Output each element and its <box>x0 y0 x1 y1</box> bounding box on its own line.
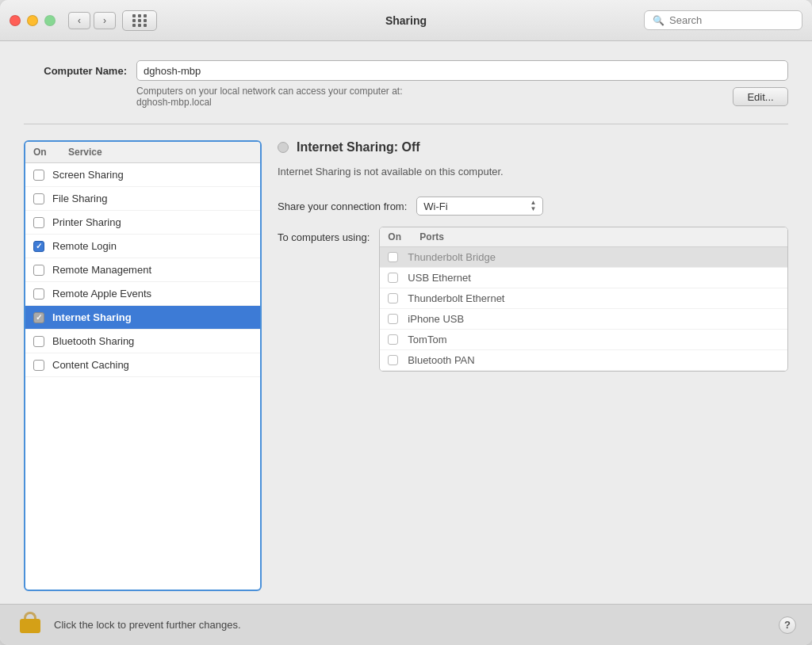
ports-table: On Ports Thunderbolt Bridge USB Ethernet <box>379 227 788 372</box>
ports-header-ports: Ports <box>419 231 444 242</box>
services-header: On Service <box>25 142 260 163</box>
bluetooth-sharing-checkbox[interactable] <box>33 336 44 347</box>
service-row-internet-sharing[interactable]: Internet Sharing <box>25 306 260 330</box>
forward-icon: › <box>103 15 106 26</box>
service-row-content-caching[interactable]: Content Caching <box>25 353 260 377</box>
services-list: On Service Screen Sharing File Sharing P… <box>24 140 262 591</box>
right-panel: Internet Sharing: Off Internet Sharing i… <box>278 140 788 591</box>
port-row-thunderbolt-ethernet[interactable]: Thunderbolt Ethernet <box>380 288 787 309</box>
bluetooth-pan-label: Bluetooth PAN <box>408 354 474 366</box>
main-area: On Service Screen Sharing File Sharing P… <box>24 140 788 591</box>
wifi-option: Wi-Fi <box>423 200 447 212</box>
computer-name-label: Computer Name: <box>24 65 127 77</box>
back-button[interactable]: ‹ <box>68 12 90 29</box>
forward-button[interactable]: › <box>94 12 116 29</box>
search-input[interactable] <box>669 14 794 26</box>
port-row-usb-ethernet[interactable]: USB Ethernet <box>380 268 787 288</box>
remote-management-checkbox[interactable] <box>33 265 44 276</box>
dropdown-arrows-icon: ▲ ▼ <box>530 200 536 212</box>
edit-button[interactable]: Edit... <box>733 87 788 106</box>
titlebar: ‹ › Sharing 🔍 <box>0 0 812 41</box>
maximize-button[interactable] <box>44 15 56 26</box>
ports-header-on: On <box>388 231 419 242</box>
share-from-label: Share your connection from: <box>278 200 407 212</box>
thunderbolt-bridge-label: Thunderbolt Bridge <box>408 251 496 263</box>
computer-name-description: Computers on your local network can acce… <box>136 86 723 108</box>
thunderbolt-ethernet-label: Thunderbolt Ethernet <box>408 292 504 304</box>
ports-header: On Ports <box>380 227 787 247</box>
bottom-bar: Click the lock to prevent further change… <box>0 604 812 645</box>
printer-sharing-label: Printer Sharing <box>52 216 121 228</box>
printer-sharing-checkbox[interactable] <box>33 217 44 228</box>
window-title: Sharing <box>385 14 427 27</box>
internet-sharing-label: Internet Sharing <box>52 311 132 323</box>
iphone-usb-checkbox[interactable] <box>388 314 398 324</box>
main-content: Computer Name: Computers on your local n… <box>0 41 812 604</box>
minimize-button[interactable] <box>27 15 38 26</box>
service-row-file-sharing[interactable]: File Sharing <box>25 187 260 211</box>
remote-apple-events-label: Remote Apple Events <box>52 288 151 300</box>
service-row-remote-apple-events[interactable]: Remote Apple Events <box>25 282 260 306</box>
port-row-thunderbolt-bridge[interactable]: Thunderbolt Bridge <box>380 247 787 268</box>
computer-name-row: Computer Name: <box>24 60 788 81</box>
lock-text: Click the lock to prevent further change… <box>54 619 241 631</box>
tomtom-checkbox[interactable] <box>388 334 398 345</box>
window: ‹ › Sharing 🔍 Computer Name: <box>0 0 812 645</box>
remote-login-checkbox[interactable] <box>33 241 44 252</box>
status-indicator <box>278 142 289 153</box>
traffic-lights <box>10 15 56 26</box>
thunderbolt-bridge-checkbox[interactable] <box>388 252 398 262</box>
computer-name-input[interactable] <box>136 60 788 81</box>
port-row-iphone-usb[interactable]: iPhone USB <box>380 309 787 330</box>
iphone-usb-label: iPhone USB <box>408 313 464 325</box>
computer-name-section: Computer Name: Computers on your local n… <box>24 60 788 108</box>
lock-body <box>20 619 40 633</box>
port-row-bluetooth-pan[interactable]: Bluetooth PAN <box>380 350 787 371</box>
file-sharing-label: File Sharing <box>52 193 107 204</box>
service-row-bluetooth-sharing[interactable]: Bluetooth Sharing <box>25 330 260 353</box>
wifi-dropdown[interactable]: Wi-Fi ▲ ▼ <box>416 197 543 216</box>
nav-buttons: ‹ › <box>68 12 116 29</box>
services-header-on: On <box>33 147 68 158</box>
service-row-screen-sharing[interactable]: Screen Sharing <box>25 163 260 187</box>
status-description: Internet Sharing is not available on thi… <box>278 166 788 177</box>
services-header-service: Service <box>68 147 102 158</box>
service-row-remote-management[interactable]: Remote Management <box>25 258 260 282</box>
grid-button[interactable] <box>122 10 157 31</box>
remote-apple-events-checkbox[interactable] <box>33 288 44 300</box>
divider <box>24 124 788 124</box>
screen-sharing-label: Screen Sharing <box>52 169 124 181</box>
content-caching-checkbox[interactable] <box>33 360 44 371</box>
close-button[interactable] <box>10 15 21 26</box>
tomtom-label: TomTom <box>408 334 446 345</box>
search-bar[interactable]: 🔍 <box>644 10 802 30</box>
screen-sharing-checkbox[interactable] <box>33 170 44 181</box>
to-computers-section: To computers using: On Ports Thunderbolt… <box>278 227 788 372</box>
lock-icon[interactable] <box>16 609 44 641</box>
computer-name-desc-row: Computers on your local network can acce… <box>24 86 788 108</box>
back-icon: ‹ <box>78 15 81 26</box>
content-caching-label: Content Caching <box>52 359 129 371</box>
internet-sharing-checkbox[interactable] <box>33 312 44 323</box>
status-row: Internet Sharing: Off <box>278 140 788 155</box>
bluetooth-sharing-label: Bluetooth Sharing <box>52 335 134 347</box>
bluetooth-pan-checkbox[interactable] <box>388 355 398 365</box>
help-button[interactable]: ? <box>779 616 796 634</box>
service-row-remote-login[interactable]: Remote Login <box>25 235 260 258</box>
service-row-printer-sharing[interactable]: Printer Sharing <box>25 211 260 235</box>
usb-ethernet-label: USB Ethernet <box>408 272 471 284</box>
remote-login-label: Remote Login <box>52 240 117 252</box>
search-icon: 🔍 <box>653 15 665 26</box>
share-from-row: Share your connection from: Wi-Fi ▲ ▼ <box>278 197 788 216</box>
file-sharing-checkbox[interactable] <box>33 193 44 204</box>
status-title: Internet Sharing: Off <box>297 140 420 155</box>
to-computers-label: To computers using: <box>278 227 370 243</box>
remote-management-label: Remote Management <box>52 264 151 276</box>
port-row-tomtom[interactable]: TomTom <box>380 330 787 350</box>
usb-ethernet-checkbox[interactable] <box>388 273 398 283</box>
thunderbolt-ethernet-checkbox[interactable] <box>388 293 398 303</box>
grid-icon <box>132 14 147 27</box>
